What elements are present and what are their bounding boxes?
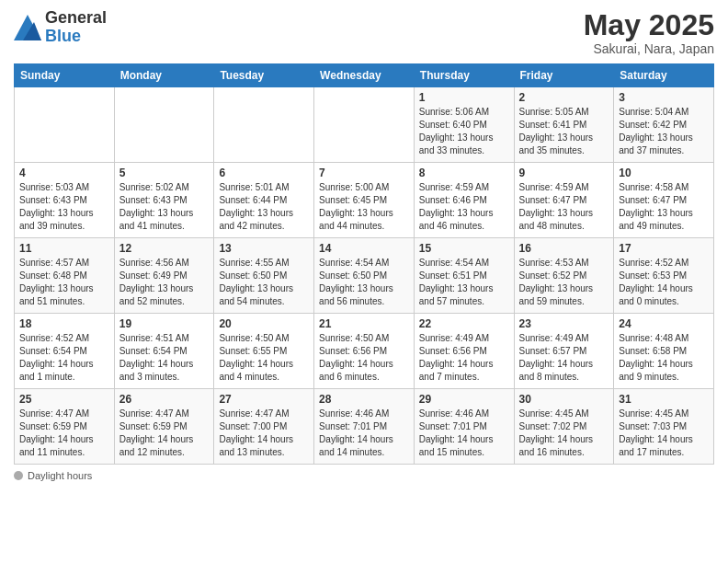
- day-number: 7: [319, 167, 409, 179]
- day-info: Sunrise: 4:55 AM Sunset: 6:50 PM Dayligh…: [219, 257, 309, 308]
- calendar-cell: 24Sunrise: 4:48 AM Sunset: 6:58 PM Dayli…: [614, 314, 714, 389]
- day-number: 16: [519, 242, 609, 255]
- calendar-cell: [15, 87, 115, 163]
- day-info: Sunrise: 4:59 AM Sunset: 6:47 PM Dayligh…: [519, 181, 609, 233]
- calendar-cell: 20Sunrise: 4:50 AM Sunset: 6:55 PM Dayli…: [214, 314, 314, 389]
- calendar-cell: [214, 87, 314, 163]
- day-info: Sunrise: 4:46 AM Sunset: 7:01 PM Dayligh…: [419, 408, 509, 459]
- day-info: Sunrise: 4:48 AM Sunset: 6:58 PM Dayligh…: [619, 332, 709, 384]
- calendar-cell: 19Sunrise: 4:51 AM Sunset: 6:54 PM Dayli…: [114, 314, 214, 389]
- day-info: Sunrise: 4:52 AM Sunset: 6:53 PM Dayligh…: [619, 257, 709, 308]
- day-info: Sunrise: 4:47 AM Sunset: 6:59 PM Dayligh…: [19, 408, 109, 459]
- calendar-table: SundayMondayTuesdayWednesdayThursdayFrid…: [14, 63, 714, 465]
- calendar-cell: 29Sunrise: 4:46 AM Sunset: 7:01 PM Dayli…: [414, 389, 514, 465]
- day-info: Sunrise: 4:51 AM Sunset: 6:54 PM Dayligh…: [119, 332, 210, 384]
- day-number: 14: [319, 242, 409, 255]
- day-number: 5: [119, 167, 210, 179]
- weekday-header-friday: Friday: [514, 64, 614, 87]
- week-row-4: 18Sunrise: 4:52 AM Sunset: 6:54 PM Dayli…: [15, 314, 714, 389]
- calendar-cell: 10Sunrise: 4:58 AM Sunset: 6:47 PM Dayli…: [614, 163, 714, 238]
- day-number: 21: [319, 317, 409, 330]
- page: General Blue May 2025 Sakurai, Nara, Jap…: [0, 0, 728, 563]
- week-row-3: 11Sunrise: 4:57 AM Sunset: 6:48 PM Dayli…: [15, 238, 714, 314]
- week-row-2: 4Sunrise: 5:03 AM Sunset: 6:43 PM Daylig…: [15, 163, 714, 238]
- day-info: Sunrise: 4:59 AM Sunset: 6:46 PM Dayligh…: [419, 181, 509, 233]
- calendar-cell: 2Sunrise: 5:05 AM Sunset: 6:41 PM Daylig…: [514, 87, 614, 163]
- day-number: 15: [419, 242, 509, 255]
- day-info: Sunrise: 4:52 AM Sunset: 6:54 PM Dayligh…: [19, 332, 109, 384]
- daylight-legend: Daylight hours: [14, 470, 92, 481]
- day-number: 20: [219, 317, 309, 330]
- week-row-5: 25Sunrise: 4:47 AM Sunset: 6:59 PM Dayli…: [15, 389, 714, 465]
- location: Sakurai, Nara, Japan: [584, 41, 714, 56]
- calendar-cell: 28Sunrise: 4:46 AM Sunset: 7:01 PM Dayli…: [314, 389, 415, 465]
- day-info: Sunrise: 5:01 AM Sunset: 6:44 PM Dayligh…: [219, 181, 309, 233]
- day-number: 11: [19, 242, 109, 255]
- weekday-header-saturday: Saturday: [614, 64, 714, 87]
- day-number: 23: [519, 317, 609, 330]
- day-info: Sunrise: 5:04 AM Sunset: 6:42 PM Dayligh…: [619, 106, 709, 157]
- logo-blue: Blue: [45, 28, 107, 46]
- day-number: 22: [419, 317, 509, 330]
- day-info: Sunrise: 4:58 AM Sunset: 6:47 PM Dayligh…: [619, 181, 709, 233]
- calendar-cell: 16Sunrise: 4:53 AM Sunset: 6:52 PM Dayli…: [514, 238, 614, 314]
- calendar-cell: [114, 87, 214, 163]
- calendar-cell: 21Sunrise: 4:50 AM Sunset: 6:56 PM Dayli…: [314, 314, 415, 389]
- calendar-cell: 15Sunrise: 4:54 AM Sunset: 6:51 PM Dayli…: [414, 238, 514, 314]
- day-number: 6: [219, 167, 309, 179]
- calendar-cell: 8Sunrise: 4:59 AM Sunset: 6:46 PM Daylig…: [414, 163, 514, 238]
- day-info: Sunrise: 4:47 AM Sunset: 6:59 PM Dayligh…: [119, 408, 210, 459]
- day-number: 28: [319, 393, 409, 406]
- day-info: Sunrise: 5:05 AM Sunset: 6:41 PM Dayligh…: [519, 106, 609, 157]
- day-info: Sunrise: 4:53 AM Sunset: 6:52 PM Dayligh…: [519, 257, 609, 308]
- calendar-cell: [314, 87, 415, 163]
- day-number: 4: [19, 167, 109, 179]
- day-number: 24: [619, 317, 709, 330]
- calendar-cell: 13Sunrise: 4:55 AM Sunset: 6:50 PM Dayli…: [214, 238, 314, 314]
- calendar-cell: 25Sunrise: 4:47 AM Sunset: 6:59 PM Dayli…: [15, 389, 115, 465]
- weekday-header-row: SundayMondayTuesdayWednesdayThursdayFrid…: [15, 64, 714, 87]
- day-number: 31: [619, 393, 709, 406]
- day-info: Sunrise: 4:47 AM Sunset: 7:00 PM Dayligh…: [219, 408, 309, 459]
- day-number: 9: [519, 167, 609, 179]
- day-info: Sunrise: 4:54 AM Sunset: 6:51 PM Dayligh…: [419, 257, 509, 308]
- day-number: 27: [219, 393, 309, 406]
- day-info: Sunrise: 4:45 AM Sunset: 7:02 PM Dayligh…: [519, 408, 609, 459]
- weekday-header-sunday: Sunday: [15, 64, 115, 87]
- calendar-cell: 4Sunrise: 5:03 AM Sunset: 6:43 PM Daylig…: [15, 163, 115, 238]
- day-number: 25: [19, 393, 109, 406]
- day-number: 8: [419, 167, 509, 179]
- calendar-cell: 27Sunrise: 4:47 AM Sunset: 7:00 PM Dayli…: [214, 389, 314, 465]
- day-info: Sunrise: 4:57 AM Sunset: 6:48 PM Dayligh…: [19, 257, 109, 308]
- calendar-cell: 18Sunrise: 4:52 AM Sunset: 6:54 PM Dayli…: [15, 314, 115, 389]
- day-number: 2: [519, 91, 609, 104]
- day-number: 18: [19, 317, 109, 330]
- day-number: 3: [619, 91, 709, 104]
- calendar-cell: 30Sunrise: 4:45 AM Sunset: 7:02 PM Dayli…: [514, 389, 614, 465]
- calendar-cell: 26Sunrise: 4:47 AM Sunset: 6:59 PM Dayli…: [114, 389, 214, 465]
- weekday-header-thursday: Thursday: [414, 64, 514, 87]
- day-info: Sunrise: 4:49 AM Sunset: 6:56 PM Dayligh…: [419, 332, 509, 384]
- logo-icon: [14, 15, 41, 40]
- weekday-header-wednesday: Wednesday: [314, 64, 415, 87]
- weekday-header-monday: Monday: [114, 64, 214, 87]
- calendar-cell: 7Sunrise: 5:00 AM Sunset: 6:45 PM Daylig…: [314, 163, 415, 238]
- day-info: Sunrise: 4:50 AM Sunset: 6:55 PM Dayligh…: [219, 332, 309, 384]
- daylight-dot: [14, 471, 23, 480]
- day-info: Sunrise: 4:46 AM Sunset: 7:01 PM Dayligh…: [319, 408, 409, 459]
- calendar-cell: 14Sunrise: 4:54 AM Sunset: 6:50 PM Dayli…: [314, 238, 415, 314]
- day-number: 30: [519, 393, 609, 406]
- logo-text: General Blue: [45, 9, 107, 46]
- day-info: Sunrise: 4:56 AM Sunset: 6:49 PM Dayligh…: [119, 257, 210, 308]
- day-number: 13: [219, 242, 309, 255]
- calendar-cell: 17Sunrise: 4:52 AM Sunset: 6:53 PM Dayli…: [614, 238, 714, 314]
- calendar-cell: 3Sunrise: 5:04 AM Sunset: 6:42 PM Daylig…: [614, 87, 714, 163]
- day-info: Sunrise: 5:06 AM Sunset: 6:40 PM Dayligh…: [419, 106, 509, 157]
- day-number: 26: [119, 393, 210, 406]
- day-info: Sunrise: 5:00 AM Sunset: 6:45 PM Dayligh…: [319, 181, 409, 233]
- day-info: Sunrise: 5:02 AM Sunset: 6:43 PM Dayligh…: [119, 181, 210, 233]
- calendar-cell: 5Sunrise: 5:02 AM Sunset: 6:43 PM Daylig…: [114, 163, 214, 238]
- logo-general: General: [45, 9, 107, 28]
- day-number: 1: [419, 91, 509, 104]
- day-number: 12: [119, 242, 210, 255]
